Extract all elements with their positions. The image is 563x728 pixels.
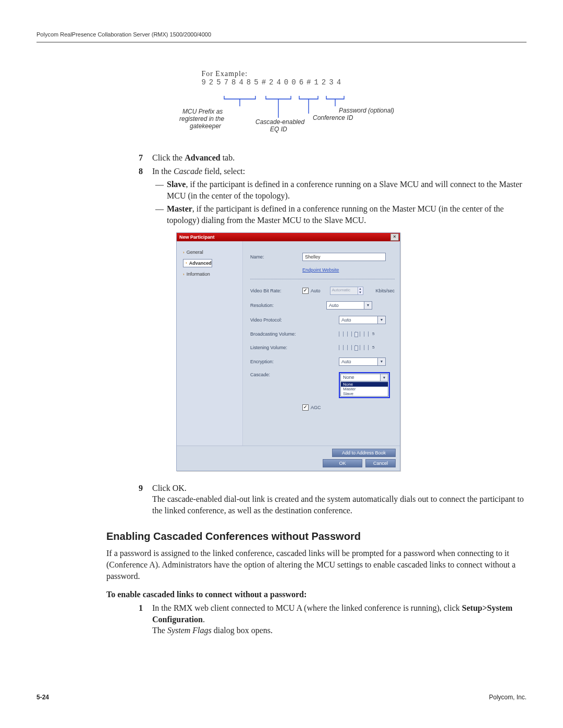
step-7-num: 7 [122, 152, 152, 164]
chevron-icon: › [186, 261, 187, 265]
caption-eq-1: Cascade-enabled [255, 118, 304, 126]
dash-icon: — [152, 203, 167, 226]
step-8-master-t: , if the participant is defined in a con… [167, 204, 504, 225]
chevron-icon: › [183, 272, 185, 277]
cascade-option-none[interactable]: None [341, 382, 388, 387]
nav-item-general[interactable]: ›General [183, 250, 239, 255]
example-label: For Example: [201, 70, 248, 78]
video-protocol-label: Video Protocol: [250, 317, 302, 323]
step-1-l2-it: System Flags [167, 626, 212, 635]
step-8-post: field, select: [202, 167, 245, 176]
resolution-label: Resolution: [250, 303, 302, 308]
example-dial-string: 92578485#24006#1234 [201, 78, 344, 87]
ok-button[interactable]: OK [323, 459, 362, 467]
step-7-bold: Advanced [185, 153, 220, 162]
chevron-down-icon: ▼ [377, 358, 385, 365]
section-paragraph: If a password is assigned to the linked … [106, 548, 527, 582]
cascade-label: Cascade: [250, 372, 302, 377]
step-1-l2-post: dialog box opens. [212, 626, 273, 635]
cascade-option-slave[interactable]: Slave [341, 391, 388, 396]
step-8: 8 In the Cascade field, select: — Slave,… [122, 166, 527, 480]
step-8-pre: In the [152, 167, 174, 176]
cascade-select[interactable]: None▼ None Master Slave [339, 372, 390, 398]
caption-mcu-3: gatekeeper [190, 122, 222, 130]
chevron-icon: › [183, 250, 185, 255]
header-rule [36, 42, 527, 43]
step-1: 1 In the RMX web client connected to MCU… [122, 602, 527, 636]
caption-eq-2: EQ ID [270, 126, 287, 133]
step-8-master-b: Master [167, 204, 192, 213]
page-header: Polycom RealPresence Collaboration Serve… [36, 31, 527, 38]
name-input[interactable]: Shelley [302, 253, 386, 261]
caption-mcu-2: registered in the [179, 115, 224, 122]
close-button[interactable]: × [390, 233, 399, 241]
step-8-num: 8 [122, 166, 152, 480]
step-1-post: . [203, 615, 205, 624]
agc-checkbox[interactable]: ✓AGC [302, 404, 321, 411]
chevron-down-icon: ▼ [364, 302, 372, 309]
dialog-nav: ›General ›Advanced ›Information [177, 241, 243, 446]
add-to-address-book-button[interactable]: Add to Address Book [332, 449, 396, 457]
name-label: Name: [250, 254, 302, 260]
section-lead: To enable cascaded links to connect with… [106, 590, 527, 599]
example-callouts: MCU Prefix as registered in the gatekeep… [156, 96, 401, 138]
dash-icon: — [152, 179, 167, 201]
step-8-slave-t: , if the participant is defined in a con… [167, 180, 522, 200]
example-figure: For Example: 92578485#24006#1234 MCU Pre… [156, 61, 401, 138]
cascade-option-master[interactable]: Master [341, 387, 388, 391]
listening-volume-slider[interactable]: 5 [339, 344, 395, 351]
page-number: 5-24 [36, 694, 49, 701]
step-9-num: 9 [122, 483, 152, 516]
broadcast-volume-label: Broadcasting Volume: [250, 331, 302, 337]
nav-item-information[interactable]: ›Information [183, 272, 239, 277]
listening-volume-label: Listening Volume: [250, 345, 302, 350]
video-bit-rate-label: Video Bit Rate: [250, 288, 302, 293]
vbr-units: Kbits/sec [376, 288, 395, 293]
step-8-slave-b: Slave [167, 180, 186, 189]
dialog-title: New Participant [179, 235, 215, 240]
new-participant-dialog: New Participant × ›General ›Advanced ›In… [176, 232, 400, 471]
step-1-l2-pre: The [152, 626, 167, 635]
chevron-down-icon: ▼ [380, 374, 388, 381]
footer-company: Polycom, Inc. [489, 694, 527, 701]
nav-item-advanced[interactable]: ›Advanced [183, 259, 212, 267]
encryption-label: Encryption: [250, 359, 302, 364]
step-8-it: Cascade [174, 167, 202, 176]
encryption-select[interactable]: Auto▼ [339, 357, 386, 366]
endpoint-website-link[interactable]: Endpoint Website [302, 267, 339, 273]
step-7: 7 Click the Advanced tab. [122, 152, 527, 164]
step-7-post: tab. [221, 153, 235, 162]
video-protocol-select[interactable]: Auto▼ [339, 316, 386, 324]
chevron-down-icon: ▼ [377, 316, 385, 324]
step-1-num: 1 [122, 602, 152, 636]
caption-pwd: Password (optional) [339, 107, 394, 114]
step-9-line1: Click OK. [152, 483, 527, 494]
step-9: 9 Click OK. The cascade-enabled dial-out… [122, 483, 527, 516]
caption-conf: Conference ID [313, 114, 353, 121]
cancel-button[interactable]: Cancel [365, 459, 396, 467]
step-9-line2: The cascade-enabled dial-out link is cre… [152, 493, 527, 516]
step-7-pre: Click the [152, 153, 185, 162]
resolution-select[interactable]: Auto▼ [326, 301, 372, 310]
vbr-auto-checkbox[interactable]: ✓Auto [302, 288, 321, 294]
section-heading: Enabling Cascaded Conferences without Pa… [106, 530, 527, 542]
broadcast-volume-slider[interactable]: 5 [339, 330, 395, 338]
step-1-pre: In the RMX web client connected to MCU A… [152, 603, 462, 612]
caption-mcu-1: MCU Prefix as [182, 108, 223, 115]
vbr-spinner[interactable]: Automatic▲▼ [330, 287, 363, 295]
